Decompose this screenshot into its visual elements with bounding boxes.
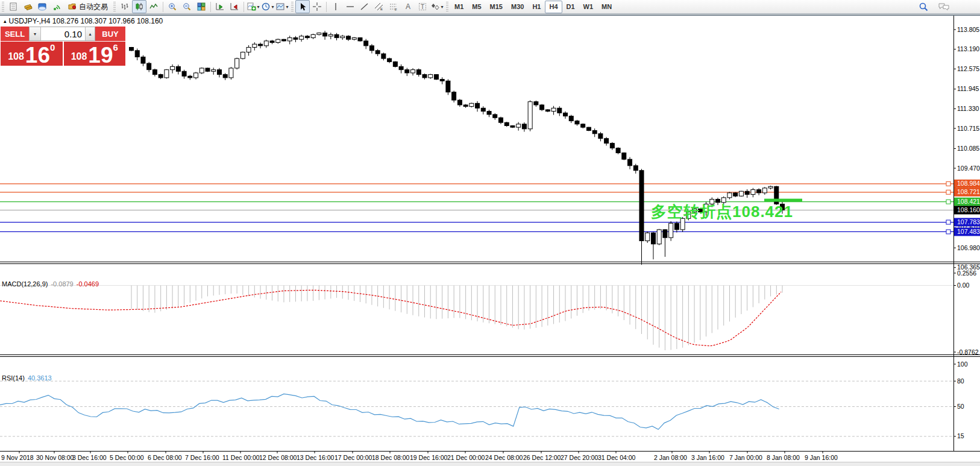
volume-decrease-button[interactable]: ▾ bbox=[30, 27, 41, 40]
level-handle[interactable] bbox=[946, 230, 950, 234]
rsi-axis-label: 15 bbox=[957, 432, 964, 439]
chart-shift-button[interactable] bbox=[227, 0, 242, 13]
chevron-down-icon[interactable]: ▾ bbox=[257, 4, 259, 10]
tab-m30[interactable]: M30 bbox=[507, 1, 528, 13]
tile-windows-icon bbox=[196, 2, 206, 11]
tab-h4[interactable]: H4 bbox=[545, 1, 562, 13]
horizontal-line-button[interactable] bbox=[343, 0, 357, 13]
templates-button[interactable]: ▾ bbox=[275, 0, 289, 13]
level-handle[interactable] bbox=[946, 181, 950, 186]
candle-body bbox=[393, 61, 397, 66]
sell-price-box[interactable]: 108 16 0 bbox=[1, 42, 63, 66]
candle-body bbox=[159, 75, 163, 78]
candle-body bbox=[739, 191, 743, 196]
toolbar-grip[interactable] bbox=[446, 2, 448, 11]
candle-body bbox=[429, 75, 433, 78]
chevron-down-icon[interactable]: ▾ bbox=[271, 4, 274, 10]
candle-body bbox=[733, 193, 738, 196]
text-button[interactable]: A bbox=[401, 0, 415, 13]
candle-body bbox=[235, 58, 239, 68]
new-chart-button[interactable] bbox=[20, 0, 35, 13]
signals-button[interactable] bbox=[49, 0, 64, 13]
tile-windows-button[interactable] bbox=[194, 0, 209, 13]
candle-body bbox=[305, 36, 309, 38]
chevron-down-icon[interactable]: ▾ bbox=[286, 4, 288, 10]
fibonacci-icon: F bbox=[389, 2, 398, 11]
fibonacci-button[interactable]: F bbox=[386, 0, 401, 13]
arrows-button[interactable]: ▾ bbox=[430, 0, 444, 13]
indicators-button[interactable]: ▾ bbox=[246, 0, 260, 13]
text-label-button[interactable]: T bbox=[415, 0, 430, 13]
toolbar-separator bbox=[210, 2, 211, 12]
candle-body bbox=[534, 102, 538, 105]
time-axis-label: 26 Dec 12:00 bbox=[523, 454, 561, 461]
tab-mn[interactable]: MN bbox=[597, 1, 616, 13]
time-axis-label: 3 Dec 16:00 bbox=[72, 454, 107, 461]
candle-body bbox=[586, 127, 591, 130]
auto-scroll-button[interactable] bbox=[213, 0, 227, 13]
tab-m5[interactable]: M5 bbox=[468, 1, 485, 13]
time-axis-label: 3 Jan 16:00 bbox=[691, 454, 724, 461]
chat-button[interactable] bbox=[937, 0, 951, 13]
autotrading-button[interactable]: 自动交易 bbox=[64, 0, 112, 13]
time-axis-label: 9 Jan 16:00 bbox=[805, 454, 838, 461]
candle-body bbox=[165, 70, 169, 78]
tab-d1[interactable]: D1 bbox=[562, 1, 579, 13]
price-chart[interactable]: 113.805113.190112.575111.945111.330110.7… bbox=[0, 16, 980, 466]
level-handle[interactable] bbox=[946, 190, 950, 194]
candle-body bbox=[270, 41, 274, 43]
candlestick-type-button[interactable] bbox=[132, 0, 146, 13]
candle-body bbox=[616, 148, 620, 153]
time-axis-label: 6 Dec 08:00 bbox=[148, 454, 182, 461]
volume-input[interactable]: 0.10 bbox=[41, 27, 85, 40]
candle-body bbox=[440, 80, 444, 81]
buy-price-box[interactable]: 108 19 6 bbox=[64, 42, 126, 66]
gold-chart-icon bbox=[23, 2, 33, 11]
candle-body bbox=[610, 143, 614, 148]
tab-m15[interactable]: M15 bbox=[486, 1, 507, 13]
time-axis-label: 30 Nov 08:00 bbox=[36, 454, 74, 461]
time-axis-label: 19 Dec 16:00 bbox=[410, 454, 448, 461]
time-axis-label: 7 Dec 16:00 bbox=[185, 454, 219, 461]
new-order-button[interactable] bbox=[6, 0, 20, 13]
volume-spinner: ▾ 0.10 ▴ bbox=[29, 27, 95, 41]
tab-h1[interactable]: H1 bbox=[528, 1, 545, 13]
candle-body bbox=[669, 223, 673, 238]
candle-body bbox=[463, 105, 468, 107]
tab-w1[interactable]: W1 bbox=[579, 1, 598, 13]
tab-m1[interactable]: M1 bbox=[450, 1, 468, 13]
rsi-axis-label: 50 bbox=[957, 403, 964, 410]
chat-bubbles-icon bbox=[938, 2, 950, 11]
line-chart-type-button[interactable] bbox=[146, 0, 161, 13]
search-button[interactable] bbox=[916, 0, 931, 13]
candle-body bbox=[152, 70, 157, 75]
periods-button[interactable]: ▾ bbox=[260, 0, 275, 13]
level-handle[interactable] bbox=[946, 220, 950, 224]
chevron-down-icon[interactable]: ▾ bbox=[441, 4, 443, 10]
candle-body bbox=[199, 68, 204, 73]
time-axis-label: 12 Dec 08:00 bbox=[259, 454, 297, 461]
candle-body bbox=[182, 71, 186, 76]
rsi-value: 40.3613 bbox=[28, 374, 52, 382]
zoom-out-button[interactable] bbox=[180, 0, 194, 13]
toolbar-grip[interactable] bbox=[291, 2, 294, 11]
sell-button[interactable]: SELL bbox=[1, 27, 29, 41]
toolbar-grip[interactable] bbox=[2, 2, 4, 11]
macd-axis-label: 0.2556 bbox=[957, 269, 976, 277]
trendline-button[interactable] bbox=[357, 0, 372, 13]
buy-button[interactable]: BUY bbox=[95, 27, 125, 41]
cursor-button[interactable] bbox=[295, 0, 310, 13]
macd-signal-value: -0.0469 bbox=[77, 280, 99, 288]
mt4-window: 自动交易 ▾ ▾ ▾ E F A T ▾ M1 M5 M15 M30 H1 H bbox=[0, 0, 980, 466]
zoom-in-button[interactable] bbox=[165, 0, 180, 13]
profiles-button[interactable] bbox=[35, 0, 49, 13]
volume-increase-button[interactable]: ▴ bbox=[85, 27, 95, 40]
level-handle[interactable] bbox=[946, 200, 950, 204]
channel-button[interactable]: E bbox=[372, 0, 386, 13]
bar-chart-type-button[interactable] bbox=[118, 0, 132, 13]
candle-body bbox=[510, 125, 515, 127]
crosshair-button[interactable] bbox=[310, 0, 324, 13]
toolbar-grip[interactable] bbox=[113, 2, 116, 11]
price-axis-label: 106.980 bbox=[957, 244, 980, 251]
vertical-line-button[interactable] bbox=[328, 0, 343, 13]
